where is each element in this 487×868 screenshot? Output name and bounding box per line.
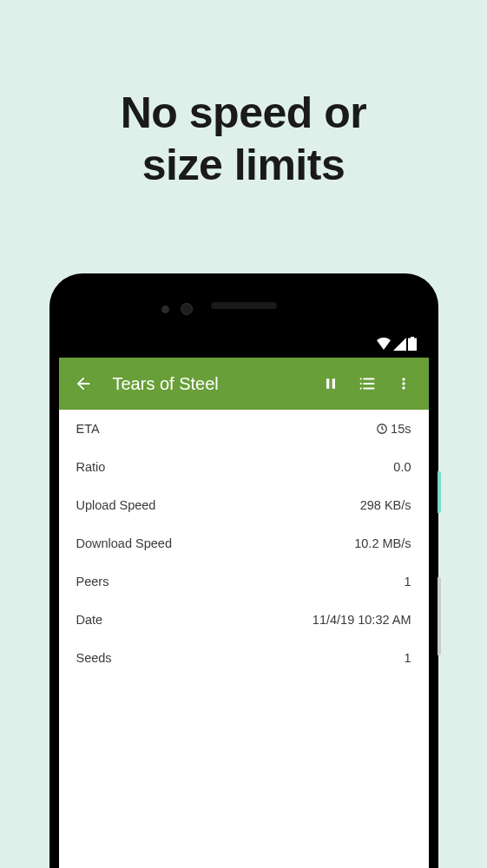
more-vert-icon xyxy=(395,375,412,392)
stat-row-download: Download Speed 10.2 MB/s xyxy=(76,524,411,562)
header-title: Tears of Steel xyxy=(113,374,313,394)
cellular-icon xyxy=(393,338,406,351)
phone-sensor xyxy=(161,306,169,313)
list-button[interactable] xyxy=(349,365,385,402)
stat-value: 15s xyxy=(376,422,411,436)
back-button[interactable] xyxy=(66,366,101,401)
stat-value: 10.2 MB/s xyxy=(354,536,411,550)
stat-label: Seeds xyxy=(76,651,112,665)
stat-value: 11/4/19 10:32 AM xyxy=(313,613,411,627)
eta-value-text: 15s xyxy=(391,422,411,436)
stat-label: Date xyxy=(76,613,103,627)
status-bar xyxy=(376,337,417,351)
clock-icon xyxy=(376,423,388,435)
stat-label: Upload Speed xyxy=(76,498,156,512)
phone-notch-area xyxy=(59,283,429,358)
wifi-icon xyxy=(376,338,392,351)
stat-row-date: Date 11/4/19 10:32 AM xyxy=(76,601,411,639)
stat-label: ETA xyxy=(76,422,100,436)
headline-line2: size limits xyxy=(121,139,366,191)
promo-headline: No speed or size limits xyxy=(121,87,366,191)
stat-row-upload: Upload Speed 298 KB/s xyxy=(76,486,411,524)
list-icon xyxy=(358,374,377,393)
stat-row-eta: ETA 15s xyxy=(76,410,411,448)
headline-line1: No speed or xyxy=(121,87,366,139)
phone-speaker xyxy=(211,302,277,309)
app-header: Tears of Steel xyxy=(59,358,429,410)
arrow-left-icon xyxy=(74,374,93,393)
phone-frame: Tears of Steel ETA xyxy=(49,273,438,868)
phone-camera xyxy=(181,303,193,315)
pause-icon xyxy=(322,375,339,392)
stat-value: 1 xyxy=(404,651,411,665)
pause-button[interactable] xyxy=(313,365,349,402)
stat-label: Ratio xyxy=(76,460,106,474)
stat-row-ratio: Ratio 0.0 xyxy=(76,448,411,486)
phone-volume-button xyxy=(438,577,441,655)
stat-value: 298 KB/s xyxy=(360,498,411,512)
phone-power-button xyxy=(438,471,441,513)
stat-value: 1 xyxy=(404,575,411,589)
content-area: ETA 15s Ratio 0.0 Upload Speed 298 KB/s … xyxy=(59,410,429,868)
stat-label: Peers xyxy=(76,575,109,589)
phone-screen: Tears of Steel ETA xyxy=(59,283,429,868)
stat-row-seeds: Seeds 1 xyxy=(76,639,411,677)
stat-value: 0.0 xyxy=(393,460,411,474)
stat-row-peers: Peers 1 xyxy=(76,562,411,601)
more-button[interactable] xyxy=(385,365,422,402)
stat-label: Download Speed xyxy=(76,536,172,550)
battery-icon xyxy=(408,337,417,351)
